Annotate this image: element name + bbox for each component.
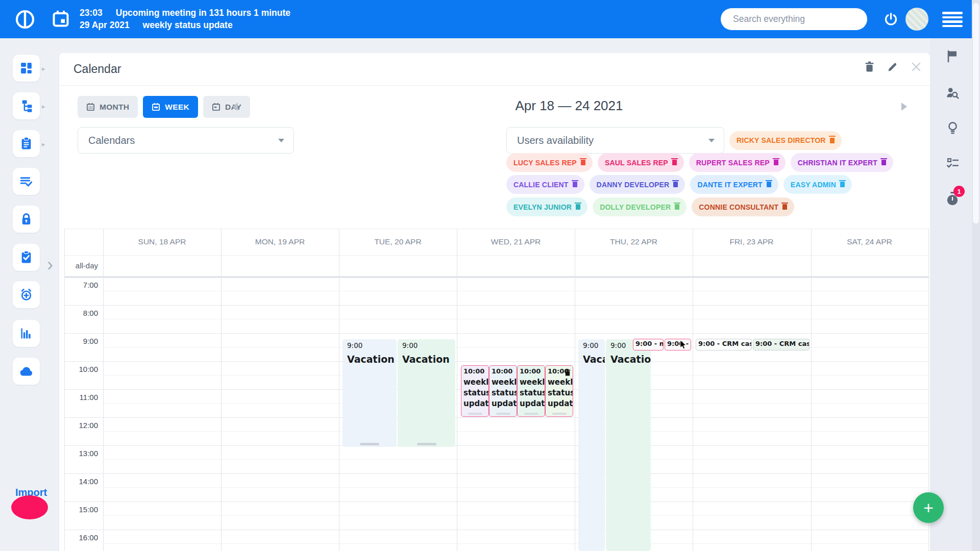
day-view-button[interactable]: DAY bbox=[203, 96, 250, 118]
week-calendar-icon bbox=[152, 103, 160, 111]
chevron-right-icon[interactable]: ▸ bbox=[42, 140, 45, 148]
remove-tag-icon[interactable] bbox=[576, 204, 580, 210]
grid-vline bbox=[575, 229, 575, 551]
day-cell: TUE, 20 APR bbox=[339, 229, 457, 255]
menu-icon[interactable] bbox=[942, 12, 963, 29]
user-tag[interactable]: SAUL SALES REP bbox=[598, 153, 684, 172]
event-crm-case[interactable]: 9:00 - CRM case te bbox=[753, 339, 810, 350]
sidebar-item-dashboard[interactable] bbox=[13, 55, 40, 82]
hour-cell: 12:00 bbox=[64, 417, 98, 445]
remove-tag-icon[interactable] bbox=[840, 182, 845, 187]
user-search-icon[interactable] bbox=[943, 84, 962, 102]
event-title: Vacation bbox=[347, 354, 392, 365]
event-vacation[interactable]: 9:00 Vacation bbox=[342, 339, 397, 447]
user-tag[interactable]: CHRISTIAN IT EXPERT bbox=[791, 153, 893, 172]
sidebar-item-cloud[interactable] bbox=[13, 358, 40, 385]
user-tag[interactable]: DANNY DEVELOPER bbox=[590, 175, 685, 194]
event-weekly-status[interactable]: 10:00 weekly status update bbox=[545, 365, 573, 417]
event-time: 9:00 bbox=[402, 341, 451, 349]
remove-tag-icon[interactable] bbox=[774, 160, 778, 165]
resize-handle[interactable] bbox=[417, 443, 436, 445]
event-meeting[interactable]: 9:00 - m bbox=[665, 339, 691, 350]
checklist-icon[interactable] bbox=[943, 154, 962, 172]
stopwatch-icon[interactable]: 1 bbox=[943, 190, 962, 208]
user-tag[interactable]: EVELYN JUNIOR bbox=[506, 197, 587, 216]
lightbulb-icon[interactable] bbox=[943, 118, 962, 137]
bar-chart-icon bbox=[19, 327, 33, 340]
event-weekly-status[interactable]: 10:00 weekly status update bbox=[517, 365, 545, 417]
user-tag[interactable]: RICKY SALES DIRECTOR bbox=[729, 131, 842, 150]
user-tag[interactable]: EASY ADMIN bbox=[783, 175, 852, 194]
user-tag[interactable]: RUPERT SALES REP bbox=[689, 153, 786, 172]
alarm-add-icon bbox=[19, 288, 33, 302]
event-vacation[interactable]: 9:00 Vacation bbox=[606, 339, 651, 551]
delete-calendar-icon[interactable] bbox=[865, 61, 874, 74]
month-view-button[interactable]: MONTH bbox=[78, 96, 138, 118]
resize-handle[interactable] bbox=[360, 443, 379, 445]
week-view-button[interactable]: WEEK bbox=[143, 96, 198, 118]
add-event-button[interactable]: + bbox=[913, 492, 944, 523]
chevron-right-icon[interactable]: ▸ bbox=[42, 103, 45, 110]
sidebar-item-tasks[interactable] bbox=[13, 168, 40, 195]
sidebar-item-security[interactable] bbox=[13, 206, 40, 233]
expand-sidebar-icon[interactable]: › bbox=[47, 256, 53, 274]
dashboard-icon bbox=[19, 61, 33, 75]
user-tag[interactable]: DOLLY DEVELOPER bbox=[593, 197, 687, 216]
logout-power-icon[interactable] bbox=[884, 12, 898, 28]
user-tag[interactable]: CALLIE CLIENT bbox=[506, 175, 584, 194]
scrollbar-track[interactable] bbox=[972, 0, 980, 551]
users-select-label: Users availability bbox=[517, 135, 594, 146]
prev-week-icon[interactable] bbox=[232, 103, 238, 111]
remove-tag-icon[interactable] bbox=[673, 182, 678, 187]
remove-tag-icon[interactable] bbox=[881, 160, 886, 165]
chevron-right-icon[interactable]: ▸ bbox=[42, 65, 45, 72]
user-tag[interactable]: CONNIE CONSULTANT bbox=[692, 197, 794, 216]
sidebar-item-hierarchy[interactable] bbox=[13, 92, 40, 119]
remove-tag-icon[interactable] bbox=[675, 204, 679, 210]
flag-icon[interactable] bbox=[943, 47, 962, 65]
event-vacation[interactable]: 9:00 Vacation bbox=[398, 339, 455, 447]
event-weekly-status[interactable]: 10:00 weekly status update bbox=[489, 365, 517, 417]
page-title: Calendar bbox=[74, 62, 121, 76]
resize-handle[interactable] bbox=[524, 413, 538, 415]
resize-handle[interactable] bbox=[552, 413, 567, 415]
delete-event-icon[interactable] bbox=[565, 368, 571, 378]
resize-handle[interactable] bbox=[468, 413, 482, 415]
next-week-icon[interactable] bbox=[901, 103, 907, 111]
user-tag-row: CALLIE CLIENTDANNY DEVELOPERDANTE IT EXP… bbox=[506, 175, 852, 194]
sidebar-item-clipboard[interactable] bbox=[13, 130, 40, 157]
day-cell: WED, 21 APR bbox=[457, 229, 575, 255]
resize-handle[interactable] bbox=[496, 413, 510, 415]
remove-tag-icon[interactable] bbox=[672, 160, 677, 165]
sidebar-item-reminders[interactable] bbox=[13, 281, 40, 308]
calendars-select[interactable]: Calendars bbox=[78, 127, 294, 154]
remove-tag-icon[interactable] bbox=[767, 182, 771, 187]
scrollbar-thumb[interactable] bbox=[973, 3, 979, 223]
event-crm-case[interactable]: 9:00 - CRM case te bbox=[696, 339, 752, 350]
calendar-app-icon[interactable] bbox=[52, 10, 69, 30]
user-tag[interactable]: DANTE IT EXPERT bbox=[690, 175, 778, 194]
sidebar-item-todo[interactable] bbox=[13, 244, 40, 271]
notification-blob[interactable] bbox=[11, 495, 48, 519]
notice-meeting-title: weekly status update bbox=[143, 19, 233, 31]
event-meeting[interactable]: 9:00 - me bbox=[633, 339, 664, 350]
avatar[interactable] bbox=[905, 8, 928, 31]
edit-calendar-icon[interactable] bbox=[888, 62, 898, 74]
remove-tag-icon[interactable] bbox=[573, 182, 577, 187]
chevron-down-icon bbox=[708, 139, 715, 142]
event-vacation[interactable]: 9:00 Vacation bbox=[578, 339, 605, 551]
remove-tag-icon[interactable] bbox=[782, 204, 787, 210]
close-icon[interactable] bbox=[911, 62, 921, 74]
user-tag[interactable]: LUCY SALES REP bbox=[506, 153, 593, 172]
event-weekly-status[interactable]: 10:00 weekly status update bbox=[461, 365, 489, 417]
remove-tag-icon[interactable] bbox=[830, 138, 835, 143]
remove-tag-icon[interactable] bbox=[581, 160, 585, 165]
meeting-notice: 23:03 Upcoming meeting in 131 hours 1 mi… bbox=[80, 7, 290, 31]
app-logo-icon[interactable] bbox=[14, 9, 36, 32]
sidebar-item-reports[interactable] bbox=[13, 320, 40, 347]
hour-labels: 7:008:009:0010:0011:0012:0013:0014:0015:… bbox=[64, 277, 98, 551]
users-availability-select[interactable]: Users availability bbox=[506, 127, 724, 154]
half-hour-lines bbox=[103, 291, 928, 551]
search-input[interactable] bbox=[721, 8, 867, 30]
mouse-cursor bbox=[680, 340, 687, 352]
